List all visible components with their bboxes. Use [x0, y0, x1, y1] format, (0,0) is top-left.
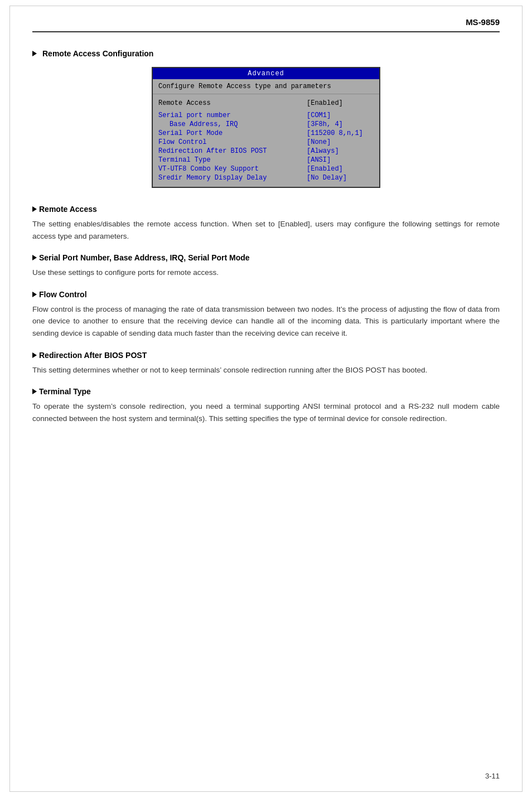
bios-rows: Serial port number[COM1]Base Address, IR… [158, 111, 374, 182]
section-heading-text: Remote Access [39, 205, 97, 214]
bios-row-label: Redirection After BIOS POST [158, 147, 307, 155]
section-heading-text: Redirection After BIOS POST [39, 351, 147, 360]
content-section-serial-port: Serial Port Number, Base Address, IRQ, S… [32, 253, 500, 279]
bios-remote-access-label: Remote Access [158, 99, 307, 107]
main-heading-label: Remote Access Configuration [42, 49, 153, 58]
section-heading-text: Flow Control [39, 290, 87, 299]
bios-row-value: [Always] [307, 147, 374, 155]
bios-row-value: [None] [307, 138, 374, 146]
bios-row: Serial port number[COM1] [158, 111, 374, 120]
bios-content: Remote Access [Enabled] Serial port numb… [153, 94, 379, 187]
bios-row-value: [COM1] [307, 112, 374, 119]
bios-row: Redirection After BIOS POST[Always] [158, 147, 374, 156]
bios-row-label: Serial port number [158, 112, 307, 119]
sections-container: Remote Access The setting enables/disabl… [32, 205, 500, 424]
bios-row-label: Sredir Memory Display Delay [158, 174, 307, 182]
section-heading-redirection: Redirection After BIOS POST [32, 351, 500, 360]
section-body-remote-access: The setting enables/disables the remote … [32, 218, 500, 242]
bios-remote-access-row: Remote Access [Enabled] [158, 99, 374, 108]
bios-row-label: Base Address, IRQ [158, 120, 307, 128]
bios-screenshot: Advanced Configure Remote Access type an… [152, 67, 380, 188]
bios-remote-access-value: [Enabled] [307, 99, 374, 107]
section-body-serial-port: Use these settings to configure ports fo… [32, 267, 500, 279]
bios-row: Flow Control[None] [158, 138, 374, 147]
content-section-remote-access: Remote Access The setting enables/disabl… [32, 205, 500, 242]
section-heading-remote-access: Remote Access [32, 205, 500, 214]
page-number: 3-11 [485, 772, 500, 780]
content-section-redirection: Redirection After BIOS POST This setting… [32, 351, 500, 376]
content-section-terminal-type: Terminal Type To operate the system’s co… [32, 387, 500, 424]
page-container: MS-9859 Remote Access Configuration Adva… [9, 6, 523, 792]
triangle-icon [32, 352, 37, 358]
section-body-terminal-type: To operate the system’s console redirect… [32, 400, 500, 424]
bios-row-value: [115200 8,n,1] [307, 129, 374, 137]
bios-row: Sredir Memory Display Delay[No Delay] [158, 173, 374, 182]
triangle-icon [32, 206, 37, 212]
bios-row-value: [Enabled] [307, 165, 374, 173]
section-body-flow-control: Flow control is the process of managing … [32, 303, 500, 340]
section-heading-flow-control: Flow Control [32, 290, 500, 299]
bios-row: Terminal Type[ANSI] [158, 156, 374, 165]
bios-title: Advanced [153, 68, 379, 79]
bios-row: VT-UTF8 Combo Key Support[Enabled] [158, 165, 374, 173]
bios-row-value: [3F8h, 4] [307, 120, 374, 128]
bios-row-label: Flow Control [158, 138, 307, 146]
main-heading: Remote Access Configuration [32, 49, 500, 58]
triangle-icon [32, 51, 37, 56]
section-heading-text: Serial Port Number, Base Address, IRQ, S… [39, 253, 250, 262]
bios-row: Base Address, IRQ[3F8h, 4] [158, 120, 374, 129]
main-content: Remote Access The setting enables/disabl… [32, 205, 500, 424]
bios-row-label: VT-UTF8 Combo Key Support [158, 165, 307, 173]
header: MS-9859 [32, 17, 500, 32]
content-section-flow-control: Flow Control Flow control is the process… [32, 290, 500, 340]
section-heading-serial-port: Serial Port Number, Base Address, IRQ, S… [32, 253, 500, 262]
bios-subtitle: Configure Remote Access type and paramet… [153, 79, 379, 94]
bios-row-label: Terminal Type [158, 156, 307, 164]
header-title: MS-9859 [466, 17, 500, 27]
section-heading-terminal-type: Terminal Type [32, 387, 500, 396]
section-heading-text: Terminal Type [39, 387, 91, 396]
bios-row-value: [No Delay] [307, 174, 374, 182]
triangle-icon [32, 292, 37, 297]
bios-row-label: Serial Port Mode [158, 129, 307, 137]
section-body-redirection: This setting determines whether or not t… [32, 364, 500, 376]
bios-row-value: [ANSI] [307, 156, 374, 164]
triangle-icon [32, 389, 37, 394]
bios-row: Serial Port Mode[115200 8,n,1] [158, 129, 374, 138]
triangle-icon [32, 255, 37, 260]
